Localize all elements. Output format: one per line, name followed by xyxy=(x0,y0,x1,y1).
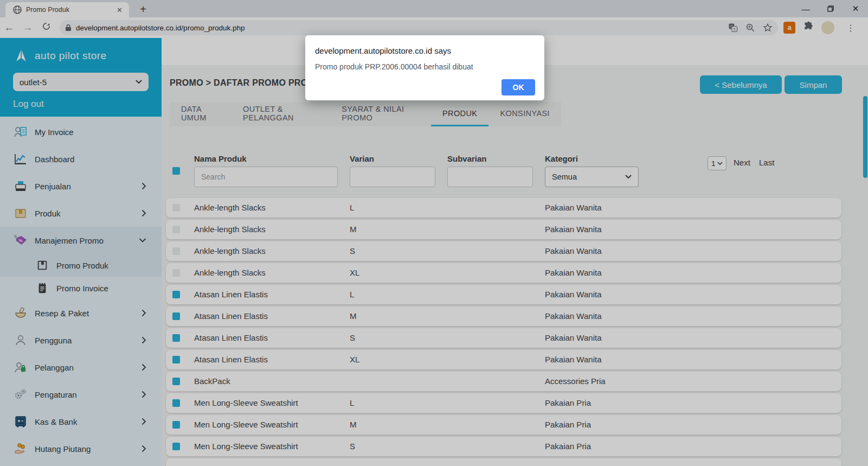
alert-message: Promo produk PRP.2006.00004 berhasil dib… xyxy=(315,62,533,71)
alert-title: development.autopilotstore.co.id says xyxy=(315,46,533,55)
alert-ok-button[interactable]: OK xyxy=(501,79,535,95)
alert-dialog: development.autopilotstore.co.id says Pr… xyxy=(305,35,544,100)
browser-window: Promo Produk ✕ + — ✕ ← → xyxy=(0,0,868,466)
